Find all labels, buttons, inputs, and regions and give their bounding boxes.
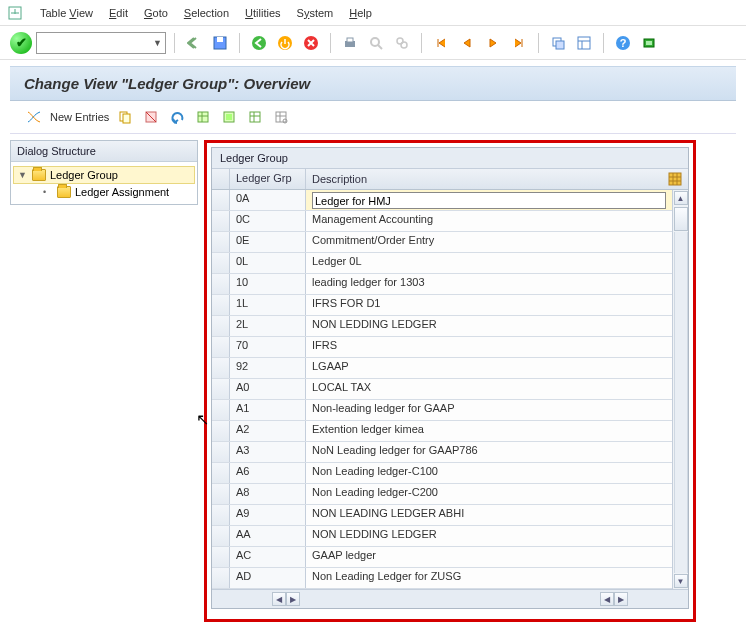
new-entries-button[interactable]: New Entries — [50, 111, 109, 123]
menu-goto[interactable]: Goto — [144, 7, 168, 19]
row-selector[interactable] — [212, 442, 230, 462]
row-selector[interactable] — [212, 211, 230, 231]
cell-description[interactable]: leading ledger for 1303 — [306, 274, 672, 294]
exit-button[interactable] — [274, 32, 296, 54]
scroll-track[interactable] — [674, 232, 688, 573]
print-button[interactable] — [339, 32, 361, 54]
row-selector[interactable] — [212, 295, 230, 315]
menu-command-icon[interactable] — [6, 4, 24, 22]
command-field[interactable]: ▼ — [36, 32, 166, 54]
deselect-all-button[interactable] — [245, 107, 265, 127]
cell-ledger-grp[interactable]: 0A — [230, 190, 306, 210]
cell-ledger-grp[interactable]: 1L — [230, 295, 306, 315]
cell-ledger-grp[interactable]: AD — [230, 568, 306, 588]
row-selector[interactable] — [212, 568, 230, 588]
cell-ledger-grp[interactable]: A6 — [230, 463, 306, 483]
cell-description[interactable]: Non Leading ledger-C100 — [306, 463, 672, 483]
menu-utilities[interactable]: Utilities — [245, 7, 280, 19]
cell-ledger-grp[interactable]: 2L — [230, 316, 306, 336]
toggle-display-change-button[interactable] — [24, 107, 44, 127]
cell-description[interactable]: NON LEDDING LEDGER — [306, 526, 672, 546]
menu-table-view[interactable]: Table View — [40, 7, 93, 19]
table-row[interactable]: A6Non Leading ledger-C100 — [212, 463, 672, 484]
grid-header-description[interactable]: Description — [306, 169, 688, 189]
vertical-scrollbar[interactable]: ▲ ▼ — [672, 190, 688, 589]
scroll-up-button[interactable]: ▲ — [674, 191, 688, 205]
copy-as-button[interactable] — [115, 107, 135, 127]
row-selector[interactable] — [212, 400, 230, 420]
back-green-button[interactable] — [248, 32, 270, 54]
description-input[interactable] — [312, 192, 666, 209]
last-page-button[interactable] — [508, 32, 530, 54]
cell-ledger-grp[interactable]: 0E — [230, 232, 306, 252]
row-selector[interactable] — [212, 337, 230, 357]
find-button[interactable] — [365, 32, 387, 54]
cell-ledger-grp[interactable]: 0C — [230, 211, 306, 231]
layout-button[interactable] — [573, 32, 595, 54]
cell-ledger-grp[interactable]: 70 — [230, 337, 306, 357]
cell-description[interactable]: Ledger 0L — [306, 253, 672, 273]
table-row[interactable]: AANON LEDDING LEDGER — [212, 526, 672, 547]
cell-description[interactable]: Non-leading ledger for GAAP — [306, 400, 672, 420]
row-selector[interactable] — [212, 484, 230, 504]
table-settings-icon[interactable] — [668, 172, 682, 186]
cell-ledger-grp[interactable]: AA — [230, 526, 306, 546]
tree-collapse-icon[interactable]: ▼ — [18, 170, 28, 180]
cell-description[interactable]: Extention ledger kimea — [306, 421, 672, 441]
table-row[interactable]: A8Non Leading ledger-C200 — [212, 484, 672, 505]
cell-description[interactable]: LOCAL TAX — [306, 379, 672, 399]
scroll-thumb[interactable] — [674, 207, 688, 231]
cell-description[interactable]: NON LEDDING LEDGER — [306, 316, 672, 336]
table-row[interactable]: A1Non-leading ledger for GAAP — [212, 400, 672, 421]
enter-button[interactable]: ✔ — [10, 32, 32, 54]
table-settings-button[interactable] — [271, 107, 291, 127]
cell-ledger-grp[interactable]: A2 — [230, 421, 306, 441]
cell-ledger-grp[interactable]: A3 — [230, 442, 306, 462]
row-selector[interactable] — [212, 421, 230, 441]
hscroll-left-button[interactable]: ◀ — [272, 592, 286, 606]
tree-item-ledger-group[interactable]: ▼ Ledger Group — [13, 166, 195, 184]
table-row[interactable]: A0LOCAL TAX — [212, 379, 672, 400]
next-page-button[interactable] — [482, 32, 504, 54]
table-row[interactable]: 0CManagement Accounting — [212, 211, 672, 232]
cell-description[interactable]: Management Accounting — [306, 211, 672, 231]
table-row[interactable]: ADNon Leading Ledger for ZUSG — [212, 568, 672, 589]
table-row[interactable]: 0A — [212, 190, 672, 211]
cell-ledger-grp[interactable]: 0L — [230, 253, 306, 273]
prev-page-button[interactable] — [456, 32, 478, 54]
cell-description[interactable]: GAAP ledger — [306, 547, 672, 567]
grid-header-ledger-grp[interactable]: Ledger Grp — [230, 169, 306, 189]
table-row[interactable]: 0ECommitment/Order Entry — [212, 232, 672, 253]
row-selector[interactable] — [212, 547, 230, 567]
row-selector[interactable] — [212, 253, 230, 273]
row-selector[interactable] — [212, 379, 230, 399]
row-selector[interactable] — [212, 526, 230, 546]
row-selector[interactable] — [212, 274, 230, 294]
menu-help[interactable]: Help — [349, 7, 372, 19]
cell-ledger-grp[interactable]: A9 — [230, 505, 306, 525]
cancel-button[interactable] — [300, 32, 322, 54]
help-button[interactable]: ? — [612, 32, 634, 54]
cell-description[interactable]: Non Leading ledger-C200 — [306, 484, 672, 504]
row-selector[interactable] — [212, 316, 230, 336]
table-row[interactable]: A9NON LEADING LEDGER ABHI — [212, 505, 672, 526]
customize-button[interactable] — [638, 32, 660, 54]
find-next-button[interactable] — [391, 32, 413, 54]
select-all-button[interactable] — [193, 107, 213, 127]
cell-ledger-grp[interactable]: 92 — [230, 358, 306, 378]
select-block-button[interactable] — [219, 107, 239, 127]
hscroll-right-button[interactable]: ▶ — [614, 592, 628, 606]
cell-ledger-grp[interactable]: A1 — [230, 400, 306, 420]
row-selector[interactable] — [212, 358, 230, 378]
new-session-button[interactable] — [547, 32, 569, 54]
hscroll-right-button[interactable]: ▶ — [286, 592, 300, 606]
cell-ledger-grp[interactable]: A0 — [230, 379, 306, 399]
menu-selection[interactable]: Selection — [184, 7, 229, 19]
table-row[interactable]: 0LLedger 0L — [212, 253, 672, 274]
cell-ledger-grp[interactable]: AC — [230, 547, 306, 567]
scroll-down-button[interactable]: ▼ — [674, 574, 688, 588]
row-selector[interactable] — [212, 463, 230, 483]
row-selector[interactable] — [212, 190, 230, 210]
cell-ledger-grp[interactable]: 10 — [230, 274, 306, 294]
row-selector[interactable] — [212, 505, 230, 525]
